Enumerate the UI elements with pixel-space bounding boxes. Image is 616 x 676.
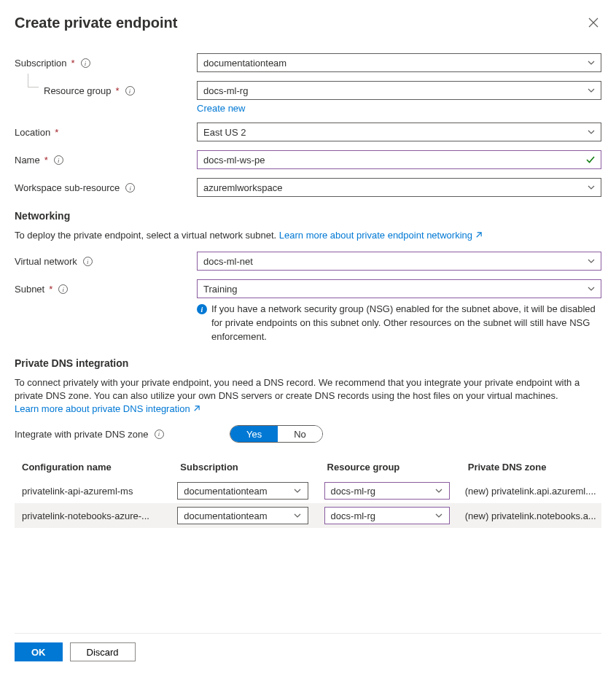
sub-resource-dropdown[interactable]: azuremlworkspace [197, 178, 601, 197]
subscription-value: documentationteam [203, 58, 286, 69]
config-name: privatelink-api-azureml-ms [19, 486, 168, 497]
required-asterisk: * [55, 127, 58, 138]
subscription-dropdown[interactable]: documentationteam [197, 53, 601, 72]
info-icon[interactable]: i [81, 58, 90, 68]
required-asterisk: * [49, 284, 52, 295]
chevron-down-icon [434, 511, 443, 520]
subnet-value: Training [203, 284, 237, 295]
location-dropdown[interactable]: East US 2 [197, 123, 601, 141]
row-resource-group-dropdown[interactable]: docs-ml-rg [324, 482, 450, 500]
chevron-down-icon [293, 486, 302, 495]
resource-group-label: Resource group [44, 85, 112, 96]
subscription-label: Subscription [15, 58, 67, 69]
external-link-icon [192, 403, 200, 416]
panel-title: Create private endpoint [15, 15, 177, 31]
dns-text: To connect privately with your private e… [15, 377, 580, 401]
subnet-dropdown[interactable]: Training [197, 279, 601, 298]
name-value: docs-ml-ws-pe [203, 155, 265, 166]
resource-group-value: docs-ml-rg [203, 85, 248, 96]
chevron-down-icon [293, 511, 302, 520]
dns-learn-more-link[interactable]: Learn more about private DNS integration [15, 403, 200, 414]
name-input[interactable]: docs-ml-ws-pe [197, 150, 601, 169]
dns-zone: (new) privatelink.api.azureml.... [465, 486, 597, 497]
sub-resource-value: azuremlworkspace [203, 182, 282, 193]
create-new-link[interactable]: Create new [197, 103, 245, 114]
row-subscription-dropdown[interactable]: documentationteam [177, 482, 308, 500]
dns-heading: Private DNS integration [15, 357, 601, 369]
close-icon [588, 18, 599, 28]
required-asterisk: * [116, 85, 120, 96]
virtual-network-label: Virtual network [15, 256, 77, 267]
dns-toggle-label: Integrate with private DNS zone [15, 429, 149, 440]
table-header-rg: Resource group [320, 456, 461, 478]
info-icon[interactable]: i [125, 183, 135, 193]
virtual-network-value: docs-ml-net [203, 256, 253, 267]
chevron-down-icon [434, 486, 443, 495]
info-icon[interactable]: i [155, 430, 164, 439]
toggle-yes[interactable]: Yes [230, 426, 278, 442]
row-resource-group-dropdown[interactable]: docs-ml-rg [324, 507, 450, 524]
nsg-info-text: If you have a network security group (NS… [211, 303, 601, 344]
ok-button[interactable]: OK [15, 642, 63, 661]
table-row: privatelink-api-azureml-ms documentation… [15, 478, 601, 503]
discard-button[interactable]: Discard [70, 642, 136, 661]
dns-zone: (new) privatelink.notebooks.a... [465, 510, 597, 521]
location-value: East US 2 [203, 127, 246, 138]
sub-resource-label: Workspace sub-resource [15, 182, 120, 193]
dns-table: Configuration name Subscription Resource… [15, 456, 601, 528]
row-subscription-dropdown[interactable]: documentationteam [177, 507, 308, 524]
external-link-icon [475, 230, 483, 243]
subnet-label: Subnet [15, 284, 44, 295]
close-button[interactable] [585, 15, 601, 33]
info-icon[interactable]: i [83, 257, 93, 266]
info-icon[interactable]: i [58, 284, 68, 294]
table-header-config: Configuration name [15, 456, 173, 478]
config-name: privatelink-notebooks-azure-... [19, 510, 168, 521]
networking-heading: Networking [15, 210, 601, 222]
required-asterisk: * [44, 155, 48, 166]
dns-integrate-toggle[interactable]: Yes No [230, 425, 323, 443]
check-icon [585, 155, 596, 165]
info-icon[interactable]: i [54, 155, 63, 165]
table-header-zone: Private DNS zone [461, 456, 601, 478]
toggle-no[interactable]: No [278, 426, 322, 442]
info-blue-icon: i [197, 304, 207, 314]
required-asterisk: * [71, 58, 75, 69]
table-header-sub: Subscription [173, 456, 319, 478]
location-label: Location [15, 127, 50, 138]
networking-text: To deploy the private endpoint, select a… [15, 230, 279, 241]
info-icon[interactable]: i [125, 86, 135, 96]
name-label: Name [15, 155, 40, 166]
networking-learn-more-link[interactable]: Learn more about private endpoint networ… [279, 230, 483, 241]
virtual-network-dropdown[interactable]: docs-ml-net [197, 252, 601, 271]
resource-group-dropdown[interactable]: docs-ml-rg [197, 81, 601, 100]
table-row: privatelink-notebooks-azure-... document… [15, 503, 601, 528]
